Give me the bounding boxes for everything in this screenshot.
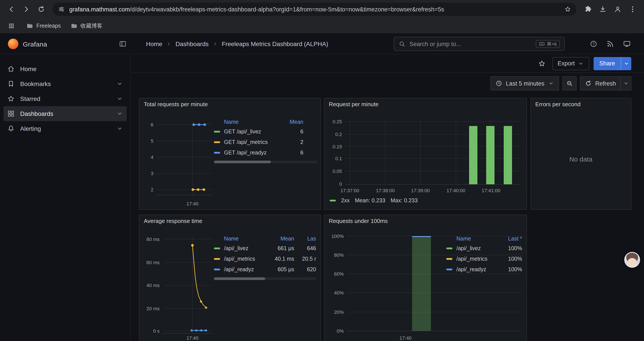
series-name[interactable]: GET /api/_readyz (224, 150, 282, 156)
breadcrumb-home[interactable]: Home (146, 40, 162, 47)
legend-header-mean[interactable]: Mean (282, 119, 303, 125)
forward-button[interactable] (19, 2, 33, 16)
legend-row[interactable]: /api/_metrics 100% (446, 254, 522, 264)
y-tick: 80% (325, 251, 344, 258)
sidebar-item-label: Dashboards (20, 110, 53, 117)
series-name[interactable]: /api/_readyz (456, 266, 498, 272)
refresh-interval-dropdown[interactable] (620, 77, 631, 90)
sidebar-item-starred[interactable]: Starred (4, 91, 127, 106)
legend-row[interactable]: /api/_livez 661 μs 646 (214, 243, 316, 254)
apps-shortcut-button[interactable] (6, 21, 17, 31)
downloads-button[interactable] (596, 2, 610, 16)
chevron-down-icon[interactable] (116, 110, 123, 117)
bookmark-star-button[interactable] (564, 6, 571, 13)
chevron-down-icon[interactable] (116, 125, 123, 132)
series-name[interactable]: /api/_livez (224, 245, 267, 251)
bookmark-label: 收藏博客 (80, 22, 102, 30)
sidebar-item-alerting[interactable]: Alerting (4, 121, 127, 136)
kiosk-mode-button[interactable] (620, 37, 634, 51)
legend-header-name[interactable]: Name (456, 236, 498, 242)
shortcut-label: ⌘+k (547, 41, 557, 47)
bookmark-item-blog[interactable]: 收藏博客 (70, 22, 102, 30)
legend-header-row: Name Mean Las (214, 234, 316, 243)
legend-scrollbar[interactable] (214, 161, 318, 163)
panel-title[interactable]: Errors per second (535, 101, 581, 108)
url-bar[interactable]: grafana.mathmast.com/d/deytv4rwavabkb/fr… (52, 3, 576, 16)
browser-menu-button[interactable] (626, 2, 640, 16)
series-name[interactable]: /api/_readyz (224, 266, 267, 272)
zoom-out-button[interactable] (562, 76, 576, 90)
sidebar-item-bookmarks[interactable]: Bookmarks (4, 76, 127, 91)
legend-header-name[interactable]: Name (224, 236, 267, 242)
legend-header-last[interactable]: Last * (498, 236, 522, 242)
series-name[interactable]: 2xx (341, 197, 350, 204)
legend-row[interactable]: GET /api/_readyz 6 (214, 147, 318, 158)
chevron-down-icon[interactable] (116, 80, 123, 87)
panel-total-requests: Total requests per minute (139, 98, 321, 210)
folder-icon (26, 22, 33, 30)
legend-scrollbar[interactable] (214, 277, 316, 280)
sidebar-item-home[interactable]: Home (4, 62, 127, 76)
scrollbar-thumb[interactable] (214, 161, 271, 163)
legend-row[interactable]: /api/_readyz 605 μs 620 (214, 264, 316, 275)
series-name[interactable]: /api/_metrics (456, 256, 498, 262)
x-tick: 17:41:00 (477, 187, 505, 194)
extensions-button[interactable] (581, 2, 595, 16)
series-mean: 2 (282, 139, 303, 145)
series-swatch (330, 200, 336, 201)
share-button[interactable]: Share (594, 57, 621, 70)
legend-row[interactable]: GET /api/_metrics 2 (214, 137, 318, 147)
breadcrumb-dashboards[interactable]: Dashboards (176, 40, 209, 47)
legend-header-mean[interactable]: Mean (267, 236, 294, 242)
scrollbar-thumb[interactable] (214, 277, 265, 280)
series-swatch (214, 269, 220, 270)
export-button[interactable]: Export (552, 57, 589, 70)
folder-icon (70, 22, 78, 30)
grafana-logo-icon (8, 39, 18, 49)
series-name[interactable]: /api/_livez (456, 245, 498, 251)
share-dropdown-button[interactable] (621, 57, 631, 70)
series-last: 100% (498, 245, 522, 251)
bookmark-item-freeleaps[interactable]: Freeleaps (26, 22, 61, 30)
favorite-dashboard-button[interactable] (536, 57, 548, 70)
x-tick: 17:37:00 (336, 187, 364, 194)
site-info-icon[interactable] (58, 6, 65, 13)
navbar-actions (587, 33, 637, 55)
series-name[interactable]: GET /api/_metrics (224, 139, 282, 145)
profile-button[interactable] (611, 2, 625, 16)
back-button[interactable] (4, 2, 18, 16)
chevron-down-icon[interactable] (116, 95, 123, 102)
chevron-down-icon (578, 60, 584, 67)
series-last: 100% (498, 256, 522, 262)
y-tick: 40 ms (140, 282, 160, 289)
search-input[interactable]: Search or jump to... ⌘+k (394, 37, 565, 51)
legend-row[interactable]: /api/_readyz 100% (446, 264, 522, 275)
y-tick: 6 (142, 121, 154, 128)
dashboard-subheader: Export Share (131, 55, 644, 73)
series-name[interactable]: /api/_metrics (224, 256, 267, 262)
url-text[interactable]: grafana.mathmast.com/d/deytv4rwavabkb/fr… (69, 6, 560, 13)
legend-row[interactable]: GET /api/_livez 6 (214, 126, 318, 137)
collapse-menu-button[interactable] (116, 38, 129, 50)
star-icon (538, 60, 546, 67)
legend-header-row: Name Last * (446, 234, 522, 243)
y-tick: 0.15 (325, 143, 342, 150)
reload-icon (37, 5, 45, 13)
sidebar-item-dashboards[interactable]: Dashboards (4, 106, 127, 121)
news-button[interactable] (604, 37, 617, 51)
floating-assistant-avatar[interactable] (624, 252, 640, 268)
help-button[interactable] (587, 37, 600, 51)
bar-chart (324, 215, 528, 341)
brand[interactable]: Grafana (8, 33, 47, 55)
refresh-button[interactable]: Refresh (580, 77, 620, 90)
time-range-picker[interactable]: Last 5 minutes (490, 76, 559, 90)
legend-header-name[interactable]: Name (224, 119, 282, 125)
dashboard-toolbar: Last 5 minutes Refresh (490, 76, 631, 90)
panel-average-response-time: Average response time (139, 215, 321, 341)
legend-header-last[interactable]: Las (294, 236, 316, 242)
series-name[interactable]: GET /api/_livez (224, 129, 282, 135)
legend-row[interactable]: /api/_metrics 40.1 ms 20.5 r (214, 254, 316, 264)
legend-row[interactable]: /api/_livez 100% (446, 243, 522, 254)
keyboard-icon (539, 41, 545, 47)
reload-button[interactable] (34, 2, 48, 16)
